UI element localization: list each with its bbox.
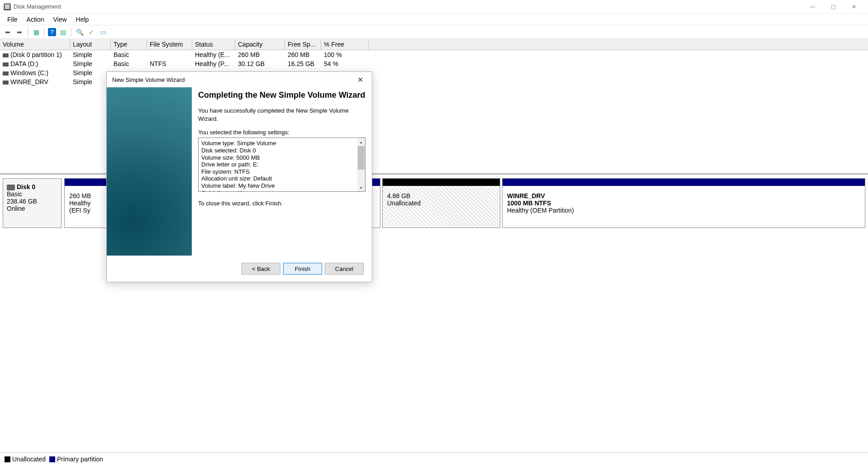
window-title: Disk Management	[14, 3, 61, 10]
finish-button[interactable]: Finish	[283, 263, 322, 275]
menubar: File Action View Help	[0, 14, 868, 25]
settings-line: Drive letter or path: E:	[201, 161, 362, 168]
col-capacity[interactable]: Capacity	[235, 39, 285, 50]
col-pctfree[interactable]: % Free	[321, 39, 369, 50]
show-hide-icon[interactable]: ▦	[31, 27, 41, 37]
disk-name: Disk 0	[17, 183, 35, 190]
dialog-titlebar: New Simple Volume Wizard ✕	[107, 72, 372, 87]
scroll-up-icon[interactable]: ▴	[357, 138, 365, 146]
disk-status: Online	[7, 205, 57, 212]
refresh-icon[interactable]: 🔍	[75, 27, 85, 37]
settings-line: Allocation unit size: Default	[201, 175, 362, 182]
scroll-thumb[interactable]	[358, 146, 365, 170]
col-volume[interactable]: Volume	[0, 39, 70, 50]
disk-icon	[7, 185, 15, 190]
legend: Unallocated Primary partition	[0, 452, 868, 465]
table-row[interactable]: (Disk 0 partition 1)SimpleBasicHealthy (…	[0, 50, 868, 59]
col-freespace[interactable]: Free Sp...	[285, 39, 321, 50]
disk-type: Basic	[7, 190, 57, 198]
wizard-close-message: To close this wizard, click Finish.	[198, 200, 365, 207]
partition[interactable]: 260 MBHealthy (EFI Sy	[64, 178, 107, 228]
minimize-button[interactable]: —	[802, 0, 823, 14]
dialog-buttons: < Back Finish Cancel	[107, 256, 372, 282]
properties-icon[interactable]: ▭	[98, 27, 108, 37]
back-icon[interactable]: ⬅	[3, 27, 13, 37]
help-icon[interactable]: ?	[48, 28, 56, 36]
settings-line: File system: NTFS	[201, 168, 362, 176]
settings-icon[interactable]: ▤	[58, 27, 68, 37]
settings-line: Volume label: My New Drive	[201, 182, 362, 190]
wizard-message: You have successfully completed the New …	[198, 107, 365, 123]
settings-line: Volume type: Simple Volume	[201, 140, 362, 147]
menu-action[interactable]: Action	[22, 15, 49, 24]
toolbar: ⬅ ➡ ▦ ? ▤ 🔍 ✓ ▭	[0, 25, 868, 39]
menu-help[interactable]: Help	[71, 15, 94, 24]
settings-line: Quick format: Yes	[201, 190, 362, 192]
separator	[71, 28, 71, 37]
wizard-settings-label: You selected the following settings:	[198, 129, 365, 136]
close-button[interactable]: ✕	[844, 0, 864, 14]
maximize-button[interactable]: ▢	[823, 0, 844, 14]
wizard-dialog: New Simple Volume Wizard ✕ Completing th…	[106, 71, 372, 282]
legend-unallocated: Unallocated	[12, 456, 46, 463]
disk-info[interactable]: Disk 0 Basic 238.46 GB Online	[3, 178, 62, 228]
scrollbar[interactable]: ▴ ▾	[357, 138, 365, 191]
dialog-close-icon[interactable]: ✕	[354, 73, 366, 86]
separator	[44, 28, 45, 37]
wizard-settings-list[interactable]: Volume type: Simple VolumeDisk selected:…	[198, 138, 365, 192]
partition[interactable]: 4.88 GBUnallocated	[382, 178, 500, 228]
disk-size: 238.46 GB	[7, 198, 57, 205]
col-filesystem[interactable]: File System	[147, 39, 192, 50]
legend-primary: Primary partition	[57, 456, 103, 463]
col-status[interactable]: Status	[192, 39, 235, 50]
partition[interactable]: WINRE_DRV1000 MB NTFSHealthy (OEM Partit…	[502, 178, 865, 228]
settings-line: Volume size: 5000 MB	[201, 154, 362, 161]
settings-line: Disk selected: Disk 0	[201, 147, 362, 154]
wizard-sidebar-image	[107, 87, 192, 256]
table-row[interactable]: DATA (D:)SimpleBasicNTFSHealthy (P...30.…	[0, 59, 868, 68]
volume-header: Volume Layout Type File System Status Ca…	[0, 39, 868, 50]
dialog-title: New Simple Volume Wizard	[112, 76, 185, 83]
cancel-button[interactable]: Cancel	[325, 263, 364, 275]
col-layout[interactable]: Layout	[70, 39, 111, 50]
scroll-down-icon[interactable]: ▾	[357, 184, 365, 191]
menu-file[interactable]: File	[3, 15, 22, 24]
separator	[28, 28, 28, 37]
menu-view[interactable]: View	[48, 15, 71, 24]
app-icon	[4, 3, 11, 10]
col-type[interactable]: Type	[111, 39, 147, 50]
forward-icon[interactable]: ➡	[14, 27, 24, 37]
back-button[interactable]: < Back	[242, 263, 280, 275]
legend-primary-swatch	[49, 456, 55, 462]
wizard-heading: Completing the New Simple Volume Wizard	[198, 90, 365, 100]
check-icon[interactable]: ✓	[86, 27, 96, 37]
legend-unallocated-swatch	[5, 456, 10, 462]
titlebar: Disk Management — ▢ ✕	[0, 0, 868, 14]
